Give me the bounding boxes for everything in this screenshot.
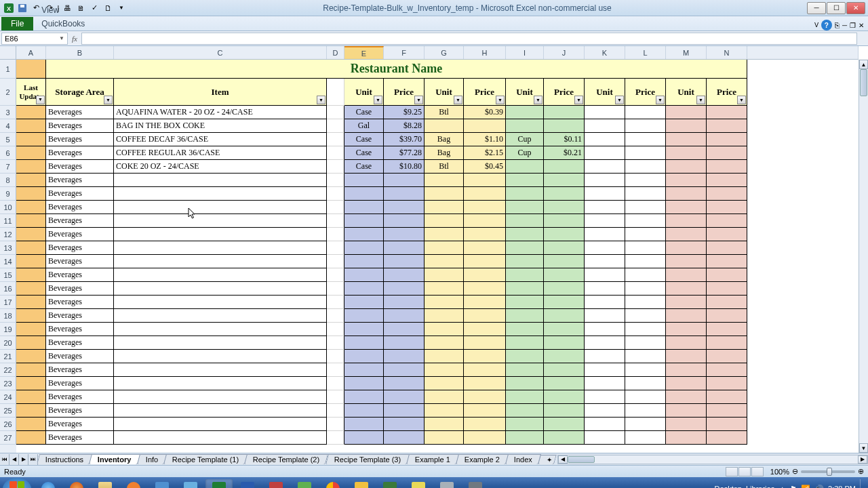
cell-L20[interactable] (625, 336, 666, 350)
header-cell-J[interactable]: Price▼ (544, 79, 585, 106)
cell-E20[interactable] (344, 336, 384, 350)
filter-dropdown-E[interactable]: ▼ (374, 96, 382, 104)
cell-A11[interactable] (16, 214, 46, 228)
cell-I26[interactable] (506, 418, 544, 431)
cell-M10[interactable] (666, 201, 707, 214)
zoom-slider[interactable] (801, 470, 855, 473)
cell-I21[interactable] (506, 350, 544, 363)
cell-N22[interactable] (707, 363, 747, 377)
cell-K10[interactable] (585, 201, 625, 214)
taskbar-app4[interactable] (291, 479, 318, 488)
header-cell-H[interactable]: Price▼ (464, 79, 506, 106)
cell-C12[interactable] (114, 228, 327, 241)
cell-F3[interactable]: $9.25 (384, 106, 425, 119)
cell-M23[interactable] (666, 377, 707, 390)
cell-I13[interactable] (506, 241, 544, 255)
cell-E9[interactable] (344, 187, 384, 201)
taskbar-app5[interactable] (348, 479, 375, 488)
cell-I17[interactable] (506, 296, 544, 309)
cell-G18[interactable] (425, 309, 464, 323)
cell-F21[interactable] (384, 350, 425, 363)
cell-A18[interactable] (16, 309, 46, 323)
cell-B13[interactable]: Beverages (46, 241, 114, 255)
cell-E22[interactable] (344, 363, 384, 377)
column-header-M[interactable]: M (666, 46, 707, 59)
cell-M4[interactable] (666, 119, 707, 133)
cell-F24[interactable] (384, 390, 425, 404)
cell-B20[interactable]: Beverages (46, 336, 114, 350)
cell-G13[interactable] (425, 241, 464, 255)
cell-J27[interactable] (544, 431, 585, 445)
cell-E24[interactable] (344, 390, 384, 404)
header-cell-K[interactable]: Unit▼ (585, 79, 625, 106)
cell-G4[interactable] (425, 119, 464, 133)
cell-B5[interactable]: Beverages (46, 133, 114, 146)
cell-J19[interactable] (544, 323, 585, 336)
cell-H18[interactable] (464, 309, 506, 323)
cell-I19[interactable] (506, 323, 544, 336)
cell-H8[interactable] (464, 174, 506, 187)
close-button[interactable]: ✕ (846, 2, 865, 14)
cell-H11[interactable] (464, 214, 506, 228)
cell-N13[interactable] (707, 241, 747, 255)
filter-dropdown-G[interactable]: ▼ (454, 96, 462, 104)
cell-E18[interactable] (344, 309, 384, 323)
cell-C21[interactable] (114, 350, 327, 363)
cell-G25[interactable] (425, 404, 464, 418)
cell-D19[interactable] (327, 323, 344, 336)
cell-A12[interactable] (16, 228, 46, 241)
header-cell-I[interactable]: Unit▼ (506, 79, 544, 106)
cell-G21[interactable] (425, 350, 464, 363)
cell-M7[interactable] (666, 160, 707, 174)
cell-M19[interactable] (666, 323, 707, 336)
cell-B10[interactable]: Beverages (46, 201, 114, 214)
taskbar-explorer[interactable] (92, 479, 119, 488)
cell-I16[interactable] (506, 282, 544, 296)
cell-L17[interactable] (625, 296, 666, 309)
column-header-B[interactable]: B (46, 46, 114, 59)
sheet-tab-instructions[interactable]: Instructions (37, 454, 92, 464)
cell-D5[interactable] (327, 133, 344, 146)
cell-L27[interactable] (625, 431, 666, 445)
cell-E16[interactable] (344, 282, 384, 296)
cell-C19[interactable] (114, 323, 327, 336)
tray-show-hidden-icon[interactable]: ▲ (778, 485, 786, 488)
cell-D22[interactable] (327, 363, 344, 377)
start-button[interactable] (3, 478, 31, 488)
cell-M25[interactable] (666, 404, 707, 418)
sheet-tab-recipe-template--1-[interactable]: Recipe Template (1) (163, 454, 248, 464)
sheet-nav-first-icon[interactable]: ⏮ (0, 454, 9, 465)
taskbar-chrome[interactable] (319, 479, 347, 488)
cell-L22[interactable] (625, 363, 666, 377)
cell-C18[interactable] (114, 309, 327, 323)
cell-F18[interactable] (384, 309, 425, 323)
cell-D21[interactable] (327, 350, 344, 363)
cell-J26[interactable] (544, 418, 585, 431)
cell-N23[interactable] (707, 377, 747, 390)
cell-E5[interactable]: Case (344, 133, 384, 146)
cell-F8[interactable] (384, 174, 425, 187)
cell-M15[interactable] (666, 268, 707, 282)
cell-M20[interactable] (666, 336, 707, 350)
cell-E8[interactable] (344, 174, 384, 187)
cell-B25[interactable]: Beverages (46, 404, 114, 418)
cell-G7[interactable]: Btl (425, 160, 464, 174)
cell-C16[interactable] (114, 282, 327, 296)
ribbon-options-icon[interactable]: ⎘ (835, 21, 840, 29)
cell-D26[interactable] (327, 418, 344, 431)
cell-I12[interactable] (506, 228, 544, 241)
filter-dropdown-B[interactable]: ▼ (104, 96, 113, 104)
cell-L15[interactable] (625, 268, 666, 282)
cell-B22[interactable]: Beverages (46, 363, 114, 377)
cell-J18[interactable] (544, 309, 585, 323)
cell-G10[interactable] (425, 201, 464, 214)
taskbar-app8[interactable] (433, 479, 460, 488)
cell-M6[interactable] (666, 146, 707, 160)
cell-F20[interactable] (384, 336, 425, 350)
cell-N15[interactable] (707, 268, 747, 282)
cell-H3[interactable]: $0.39 (464, 106, 506, 119)
cell-H23[interactable] (464, 377, 506, 390)
taskbar-excel[interactable] (205, 479, 233, 488)
cell-A1[interactable] (16, 60, 46, 79)
row-header-8[interactable]: 8 (0, 174, 16, 187)
